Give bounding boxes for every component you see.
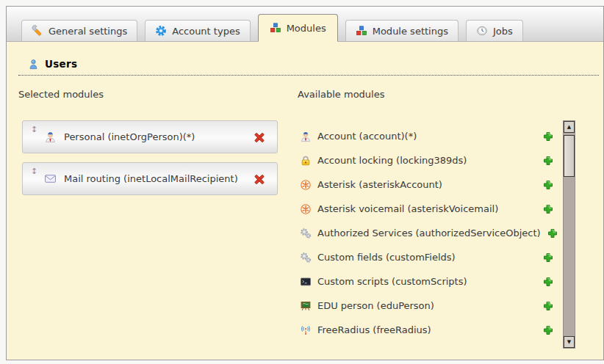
available-module-label: Asterisk (asteriskAccount) — [317, 179, 536, 190]
available-modules-heading: Available modules — [298, 89, 384, 100]
selected-module-row-mail-routing: ↕ Mail routing (inetLocalMailRecipient) — [22, 162, 278, 195]
tab-general-settings[interactable]: General settings — [21, 20, 137, 42]
tab-account-types[interactable]: Account types — [145, 20, 250, 42]
available-module-row-freeradius: FreeRadius (freeRadius) — [300, 318, 554, 342]
green-plus-add-icon[interactable] — [542, 324, 554, 336]
available-module-row-edu-person: EDU person (eduPerson) — [300, 294, 554, 318]
selected-module-label: Mail routing (inetLocalMailRecipient) — [64, 173, 238, 184]
person-icon — [300, 131, 312, 142]
available-modules-scrollbar[interactable]: ▲ ▼ — [563, 120, 575, 349]
available-module-row-account-locking: Account locking (locking389ds) — [300, 148, 554, 172]
antenna-icon — [300, 324, 312, 336]
person-icon — [44, 131, 57, 143]
green-plus-add-icon[interactable] — [542, 155, 554, 167]
tab-label: Modules — [287, 23, 326, 34]
available-module-label: Account locking (locking389ds) — [317, 155, 536, 166]
lam-config-window: General settings Account types Modules M… — [6, 6, 604, 360]
blue-user-icon — [28, 59, 39, 70]
tab-label: Module settings — [373, 26, 448, 37]
modules-tab-content: Users Selected modules Available modules… — [7, 41, 603, 360]
asterisk-icon — [300, 179, 312, 191]
available-module-row-account: Account (account)(*) — [300, 124, 554, 148]
tab-bar: General settings Account types Modules M… — [7, 7, 603, 41]
selected-modules-heading: Selected modules — [18, 89, 104, 100]
drag-vertical-icon[interactable]: ↕ — [31, 125, 37, 134]
green-plus-add-icon[interactable] — [542, 203, 554, 215]
available-module-label: Authorized Services (authorizedServiceOb… — [317, 228, 541, 239]
red-x-remove-icon[interactable] — [253, 173, 266, 186]
tab-label: General settings — [48, 26, 127, 37]
padlock-icon — [300, 155, 312, 167]
modules-cubes-icon — [270, 22, 281, 34]
selected-modules-list: ↕ Personal (inetOrgPerson)(*) ↕ Mail rou… — [22, 120, 278, 204]
green-plus-add-icon[interactable] — [547, 228, 558, 239]
available-module-row-authorized-services: Authorized Services (authorizedServiceOb… — [300, 221, 554, 245]
green-plus-add-icon[interactable] — [542, 252, 554, 263]
selected-module-label: Personal (inetOrgPerson)(*) — [64, 131, 195, 142]
green-plus-add-icon[interactable] — [542, 276, 554, 288]
available-module-row-custom-scripts: Custom scripts (customScripts) — [300, 269, 554, 294]
gears-icon — [300, 228, 312, 239]
green-plus-add-icon[interactable] — [542, 300, 554, 312]
available-module-row-asterisk: Asterisk (asteriskAccount) — [300, 172, 554, 197]
available-modules-list: Account (account)(*) Account locking (lo… — [300, 124, 554, 342]
selected-module-row-personal: ↕ Personal (inetOrgPerson)(*) — [22, 120, 278, 153]
available-module-label: Asterisk voicemail (asteriskVoicemail) — [317, 203, 536, 214]
gears-icon — [300, 252, 312, 263]
chalkboard-icon — [300, 300, 312, 312]
available-module-label: Custom scripts (customScripts) — [317, 276, 536, 287]
drag-vertical-icon[interactable]: ↕ — [31, 167, 37, 175]
clock-icon — [476, 25, 488, 37]
tab-label: Account types — [172, 26, 240, 37]
scroll-up-icon[interactable]: ▲ — [564, 121, 575, 133]
available-module-label: Custom fields (customFields) — [317, 252, 536, 263]
tab-jobs[interactable]: Jobs — [466, 20, 523, 42]
green-plus-add-icon[interactable] — [542, 131, 554, 142]
asterisk-icon — [300, 203, 312, 215]
modules-cubes-icon — [356, 25, 367, 37]
users-section-header: Users — [18, 58, 599, 76]
available-module-label: FreeRadius (freeRadius) — [317, 324, 536, 335]
blue-gear-icon — [155, 25, 167, 37]
tab-label: Jobs — [493, 26, 513, 37]
green-plus-add-icon[interactable] — [542, 179, 554, 191]
tab-modules[interactable]: Modules — [258, 14, 338, 42]
scrollbar-thumb[interactable] — [564, 135, 575, 177]
wrench-icon — [32, 25, 43, 37]
available-module-row-custom-fields: Custom fields (customFields) — [300, 245, 554, 269]
available-module-label: Account (account)(*) — [317, 131, 536, 142]
section-title: Users — [45, 58, 77, 70]
available-module-label: EDU person (eduPerson) — [317, 300, 536, 311]
scroll-down-icon[interactable]: ▼ — [564, 336, 575, 348]
available-module-row-asterisk-voicemail: Asterisk voicemail (asteriskVoicemail) — [300, 197, 554, 221]
terminal-icon — [300, 276, 312, 288]
envelope-icon — [44, 172, 57, 185]
tab-module-settings[interactable]: Module settings — [345, 20, 459, 42]
red-x-remove-icon[interactable] — [253, 131, 266, 144]
